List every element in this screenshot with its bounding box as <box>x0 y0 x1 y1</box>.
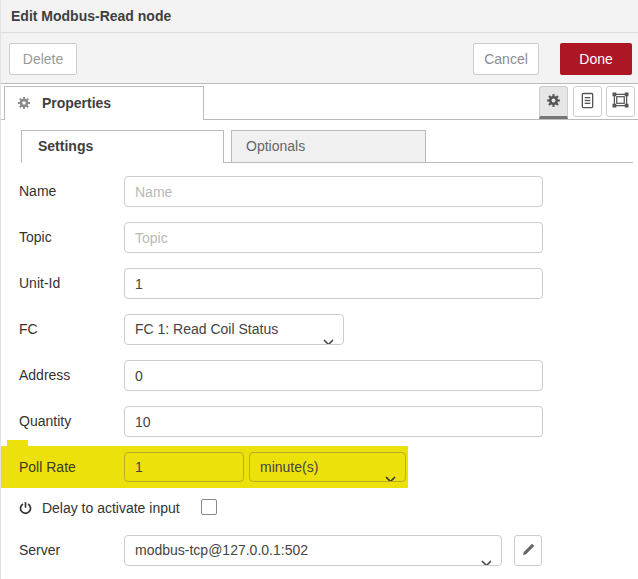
tab-optionals-label: Optionals <box>246 138 305 154</box>
poll-rate-highlight-notch <box>7 440 28 447</box>
chevron-down-icon <box>481 548 492 567</box>
appearance-icon-button[interactable] <box>606 86 635 117</box>
power-icon <box>19 500 32 520</box>
address-input[interactable] <box>124 360 543 391</box>
edit-node-dialog: Edit Modbus-Read node Delete Cancel Done <box>0 0 638 579</box>
chevron-down-icon <box>323 327 334 346</box>
chevron-down-icon <box>385 464 396 482</box>
server-select-value: modbus-tcp@127.0.0.1:502 <box>135 542 308 558</box>
unit-id-label: Unit-Id <box>19 268 119 299</box>
unit-id-input[interactable] <box>124 268 543 299</box>
quantity-label: Quantity <box>19 406 119 437</box>
gear-icon <box>17 89 31 121</box>
tab-properties[interactable]: Properties <box>4 86 204 120</box>
address-label: Address <box>19 360 119 391</box>
edit-server-button[interactable] <box>514 535 542 566</box>
tab-properties-label: Properties <box>42 95 111 111</box>
delay-checkbox[interactable] <box>201 499 217 515</box>
poll-rate-unit-select[interactable]: minute(s) <box>249 452 406 482</box>
topic-input[interactable] <box>124 222 543 253</box>
name-input[interactable] <box>124 176 543 207</box>
name-label: Name <box>19 176 119 207</box>
appearance-icon <box>612 92 629 111</box>
tab-optionals[interactable]: Optionals <box>231 130 426 163</box>
properties-tab-bar: Properties <box>1 84 638 120</box>
delay-label-row: Delay to activate input <box>19 498 180 518</box>
fc-select-value: FC 1: Read Coil Status <box>135 321 278 337</box>
description-icon <box>580 92 595 112</box>
poll-rate-input[interactable] <box>124 452 244 482</box>
fc-select[interactable]: FC 1: Read Coil Status <box>124 314 344 345</box>
topic-label: Topic <box>19 222 119 253</box>
gear-icon <box>546 93 561 111</box>
server-select[interactable]: modbus-tcp@127.0.0.1:502 <box>124 535 502 566</box>
properties-icon-button[interactable] <box>539 86 568 119</box>
cancel-button[interactable]: Cancel <box>473 43 539 75</box>
fc-label: FC <box>19 314 119 345</box>
delay-label: Delay to activate input <box>42 500 180 516</box>
dialog-toolbar: Delete Cancel Done <box>1 33 638 84</box>
tab-settings-label: Settings <box>38 138 93 154</box>
poll-rate-unit-value: minute(s) <box>260 459 318 475</box>
server-label: Server <box>19 535 119 566</box>
dialog-title: Edit Modbus-Read node <box>1 0 638 33</box>
quantity-input[interactable] <box>124 406 543 437</box>
poll-rate-label: Poll Rate <box>19 452 119 482</box>
done-button[interactable]: Done <box>560 43 632 75</box>
tab-settings[interactable]: Settings <box>21 130 224 163</box>
description-icon-button[interactable] <box>573 86 602 117</box>
pencil-icon <box>522 543 535 559</box>
delete-button[interactable]: Delete <box>9 43 77 75</box>
